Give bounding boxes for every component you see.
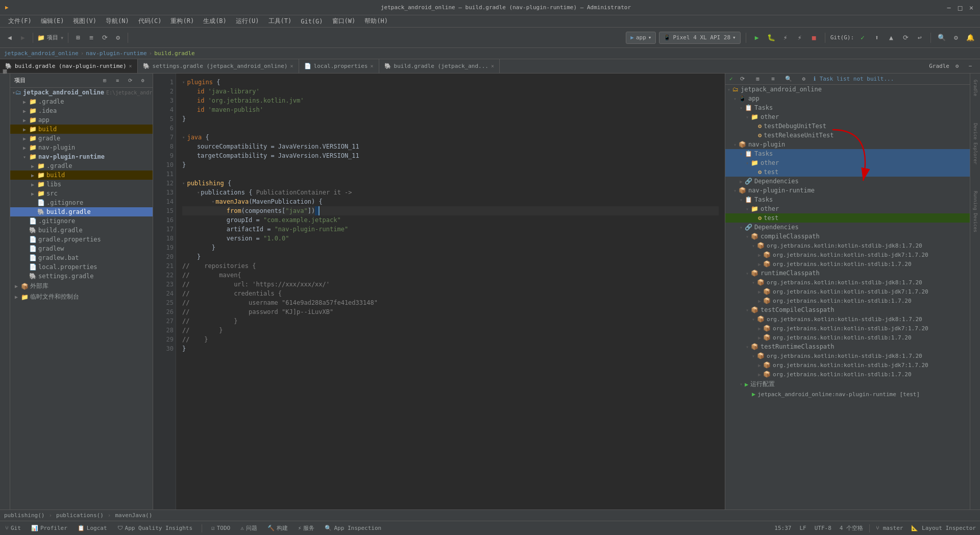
gradle-tcc-dep-2[interactable]: ▶ 📦 org.jetbrains.kotlin:kotlin-stdlib-j…	[725, 324, 970, 333]
menu-refactor[interactable]: 重构(R)	[166, 16, 198, 27]
gradle-np-test[interactable]: ⚙ test	[725, 167, 970, 177]
gradle-nr-tasks[interactable]: ▾ 📋 Tasks	[725, 195, 970, 204]
gradle-compile-classpath[interactable]: ▾ 📦 compileClasspath	[725, 232, 970, 241]
minimize-button[interactable]: −	[945, 4, 952, 11]
menu-edit[interactable]: 编辑(E)	[37, 16, 68, 27]
git-tool[interactable]: ⑂ Git	[2, 524, 24, 532]
close-button[interactable]: ×	[968, 4, 975, 11]
gradle-root[interactable]: ▾ 🗂 jetpack_android_online	[725, 85, 970, 94]
git-revert-button[interactable]: ↩	[914, 32, 925, 43]
debug-button[interactable]: 🐛	[766, 32, 777, 43]
menu-navigate[interactable]: 导航(N)	[102, 16, 133, 27]
gradle-nav-plugin[interactable]: ▾ 📦 nav-plugin	[725, 140, 970, 149]
tree-nav-runtime-libs[interactable]: ▶ 📁 libs	[10, 180, 153, 189]
tree-gradlew[interactable]: ▶ 📄 gradlew	[10, 244, 153, 253]
menu-tools[interactable]: 工具(T)	[264, 16, 296, 27]
project-dropdown[interactable]: 项目	[47, 34, 58, 41]
gradle-test-debug[interactable]: ⚙ testDebugUnitTest	[725, 121, 970, 131]
menu-git[interactable]: Git(G)	[297, 17, 327, 26]
tree-nav-runtime-src[interactable]: ▶ 📁 src	[10, 189, 153, 198]
git-history-button[interactable]: ⟳	[900, 32, 911, 43]
git-push-button[interactable]: ▲	[886, 32, 897, 43]
forward-button[interactable]: ▶	[17, 32, 29, 43]
gradle-app[interactable]: ▾ 📱 app	[725, 94, 970, 103]
tree-nr-build-gradle[interactable]: ▶ 🐘 build.gradle	[10, 207, 153, 216]
tree-build-gradle-root[interactable]: ▶ 🐘 build.gradle	[10, 226, 153, 235]
menu-window[interactable]: 窗口(W)	[328, 16, 360, 27]
gradle-side-tab[interactable]: Gradle	[972, 78, 979, 99]
gradle-trc-dep-1[interactable]: ▾ 📦 org.jetbrains.kotlin:kotlin-stdlib-j…	[725, 351, 970, 360]
gradle-rc-dep-1[interactable]: ▾ 📦 org.jetbrains.kotlin:kotlin-stdlib-j…	[725, 278, 970, 287]
collapse-all-button[interactable]: ≡	[86, 32, 97, 43]
gradle-tcc[interactable]: ▾ 📦 testCompileClasspath	[725, 305, 970, 314]
gradle-app-other[interactable]: ▾ 📁 other	[725, 112, 970, 121]
git-update-button[interactable]: ✓	[857, 32, 868, 43]
settings-gear-button[interactable]: ⚙	[950, 32, 962, 43]
code-content[interactable]: ▾plugins { id 'java-library' id 'org.jet…	[176, 74, 725, 509]
gradle-runtime-classpath[interactable]: ▾ 📦 runtimeClasspath	[725, 269, 970, 278]
tree-gradle-wrapper-folder[interactable]: ▶ 📁 gradle	[10, 134, 153, 143]
gradle-test-release[interactable]: ⚙ testReleaseUnitTest	[725, 131, 970, 140]
stop-button[interactable]: ■	[808, 32, 820, 43]
sync-button[interactable]: ⟳	[99, 32, 110, 43]
tree-app-folder[interactable]: ▶ 📁 app	[10, 115, 153, 125]
tree-nav-runtime-build[interactable]: ▶ 📁 build	[10, 171, 153, 180]
menu-code[interactable]: 代码(C)	[134, 16, 166, 27]
app-dropdown[interactable]: ▶ app ▾	[626, 32, 656, 44]
gradle-dep-2[interactable]: ▶ 📦 org.jetbrains.kotlin:kotlin-stdlib-j…	[725, 250, 970, 259]
tree-nav-plugin-folder[interactable]: ▶ 📁 nav-plugin	[10, 143, 153, 152]
gradle-rc-dep-2[interactable]: ▶ 📦 org.jetbrains.kotlin:kotlin-stdlib-j…	[725, 287, 970, 296]
breadcrumb-module[interactable]: nav-plugin-runtime	[86, 50, 146, 57]
menu-file[interactable]: 文件(F)	[4, 16, 36, 27]
breadcrumb-file[interactable]: build.gradle	[154, 50, 194, 57]
gradle-collapse-button[interactable]: ≡	[768, 74, 779, 85]
resource-manager-tab[interactable]: 资源管理器	[1, 76, 9, 80]
gradle-trc-dep-2[interactable]: ▶ 📦 org.jetbrains.kotlin:kotlin-stdlib-j…	[725, 360, 970, 370]
device-dropdown[interactable]: 📱 Pixel 4 XL API 28 ▾	[659, 32, 740, 44]
tree-external-libs[interactable]: ▶ 📦 外部库	[10, 281, 153, 291]
breadcrumb-publications[interactable]: publications()	[56, 512, 104, 519]
branch-status[interactable]: ⑂ master	[874, 525, 905, 531]
menu-run[interactable]: 运行(U)	[232, 16, 263, 27]
tree-temp-files[interactable]: ▶ 📁 临时文件和控制台	[10, 291, 153, 302]
gradle-tcc-dep-1[interactable]: ▾ 📦 org.jetbrains.kotlin:kotlin-stdlib-j…	[725, 314, 970, 324]
tree-gitignore[interactable]: ▶ 📄 .gitignore	[10, 216, 153, 226]
gradle-nav-runtime[interactable]: ▾ 📦 nav-plugin-runtime	[725, 186, 970, 195]
app-quality-tool[interactable]: 🛡 App Quality Insights	[114, 524, 195, 532]
gradle-np-deps[interactable]: ▶ 🔗 Dependencies	[725, 177, 970, 186]
tree-idea-folder[interactable]: ▶ 📁 .idea	[10, 106, 153, 115]
tree-gradlew-bat[interactable]: ▶ 📄 gradlew.bat	[10, 253, 153, 262]
sidebar-settings[interactable]: ⚙	[137, 75, 149, 86]
notifications-button[interactable]: 🔔	[965, 32, 976, 43]
git-commit-button[interactable]: ⬆	[871, 32, 883, 43]
gradle-app-tasks[interactable]: ▾ 📋 Tasks	[725, 103, 970, 112]
gradle-expand-button[interactable]: ⊞	[752, 74, 764, 85]
charset-status[interactable]: UTF-8	[813, 525, 834, 531]
device-explorer-tab[interactable]: Device Explorer	[972, 121, 979, 166]
tree-nav-runtime-folder[interactable]: ▾ 📁 nav-plugin-runtime	[10, 152, 153, 161]
tree-nav-runtime-gradle[interactable]: ▶ 📁 .gradle	[10, 161, 153, 171]
gradle-trc-dep-3[interactable]: ▶ 📦 org.jetbrains.kotlin:kotlin-stdlib:1…	[725, 370, 970, 379]
breadcrumb-project[interactable]: jetpack_android_online	[4, 50, 79, 57]
menu-build[interactable]: 生成(B)	[199, 16, 231, 27]
apply-changes-button[interactable]: ⚡	[794, 32, 805, 43]
layout-inspector-status[interactable]: 📐 Layout Inspector	[909, 525, 978, 531]
gradle-nr-deps[interactable]: ▾ 🔗 Dependencies	[725, 223, 970, 232]
gradle-search-button[interactable]: 🔍	[783, 74, 794, 85]
breadcrumb-publishing[interactable]: publishing()	[4, 512, 44, 519]
breadcrumb-mavenjava[interactable]: mavenJava()	[115, 512, 152, 519]
tab-close-build-gradle[interactable]: ×	[129, 63, 132, 69]
gradle-nr-test[interactable]: ⚙ test	[725, 213, 970, 223]
profiler-tool[interactable]: 📊 Profiler	[28, 524, 70, 532]
menu-view[interactable]: 视图(V)	[69, 16, 101, 27]
logcat-tool[interactable]: 📋 Logcat	[75, 524, 110, 532]
sidebar-collapse[interactable]: ⟳	[125, 75, 136, 86]
running-devices-tab[interactable]: Running Devices	[972, 189, 979, 234]
tab-close-settings[interactable]: ×	[290, 63, 293, 69]
maximize-button[interactable]: □	[957, 4, 964, 11]
panel-settings-button[interactable]: ⚙	[951, 61, 963, 72]
gradle-rc-dep-3[interactable]: ▶ 📦 org.jetbrains.kotlin:kotlin-stdlib:1…	[725, 296, 970, 305]
tab-local-properties[interactable]: 📄 local.properties ×	[299, 59, 379, 73]
problems-tool[interactable]: ⚠ 问题	[237, 523, 260, 533]
todo-tool[interactable]: ☑ TODO	[208, 524, 233, 532]
